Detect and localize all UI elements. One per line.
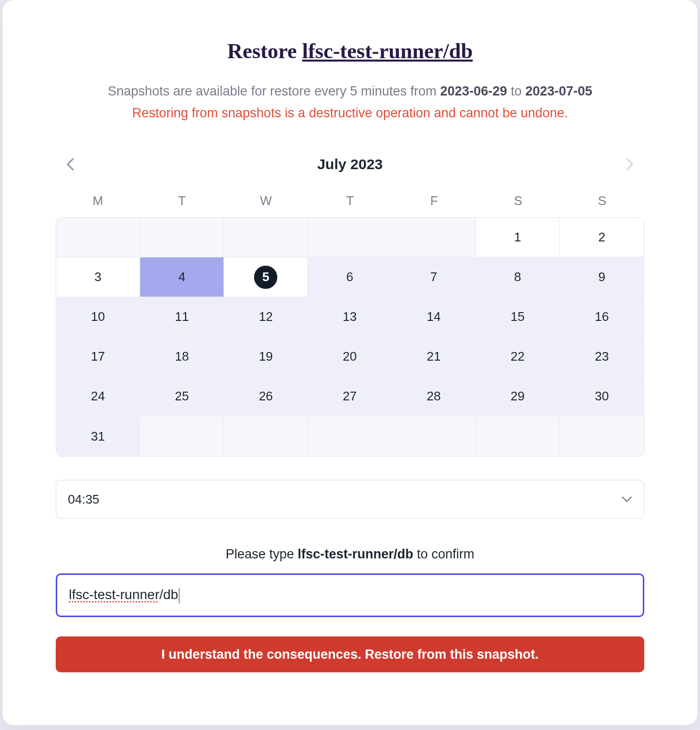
chevron-right-icon	[625, 158, 634, 171]
calendar-day: 26	[224, 377, 308, 416]
calendar-day[interactable]: 5	[224, 257, 308, 297]
calendar-day: 8	[476, 257, 560, 297]
confirm-label: Please type lfsc-test-runner/db to confi…	[56, 547, 644, 562]
calendar-cell-blank	[308, 416, 392, 456]
dow-cell: W	[224, 193, 308, 208]
calendar-day: 21	[392, 337, 476, 377]
confirm-pre: Please type	[225, 547, 298, 561]
dow-cell: T	[308, 193, 392, 208]
calendar-cell-blank	[392, 416, 476, 456]
month-label: July 2023	[317, 156, 382, 173]
calendar-day: 19	[224, 337, 308, 377]
calendar-cell-blank	[224, 416, 308, 456]
today-marker: 5	[254, 266, 277, 289]
restore-dialog: Restore lfsc-test-runner/db Snapshots ar…	[2, 0, 698, 725]
warning-text: Restoring from snapshots is a destructiv…	[56, 106, 644, 121]
confirm-typed-underlined: lfsc-test-runner	[69, 587, 159, 602]
calendar-day[interactable]: 1	[476, 218, 560, 257]
dow-cell: M	[56, 193, 140, 208]
dow-cell: S	[476, 193, 560, 208]
calendar-cell-blank	[392, 218, 476, 257]
calendar-day: 12	[224, 297, 308, 337]
calendar-day: 29	[476, 377, 560, 416]
calendar-day: 27	[308, 377, 392, 416]
text-caret	[179, 588, 179, 603]
confirm-typed-rest: /db	[159, 587, 178, 602]
calendar-cell-blank	[140, 416, 224, 456]
chevron-left-icon	[66, 158, 75, 171]
next-month-button	[620, 155, 639, 174]
availability-mid: to	[507, 84, 525, 98]
calendar-day: 6	[308, 257, 392, 297]
chevron-down-icon	[621, 494, 632, 505]
calendar-day: 18	[140, 337, 224, 377]
dow-cell: S	[560, 193, 644, 208]
calendar-day: 10	[56, 297, 140, 337]
prev-month-button[interactable]	[61, 155, 80, 174]
calendar-day: 20	[308, 337, 392, 377]
calendar-nav: July 2023	[56, 155, 644, 174]
calendar-day[interactable]: 4	[140, 257, 224, 297]
confirm-post: to confirm	[414, 547, 475, 561]
calendar-day[interactable]: 3	[56, 257, 140, 297]
calendar-cell-blank	[308, 218, 392, 257]
calendar-day: 16	[560, 297, 644, 337]
calendar-day: 25	[140, 377, 224, 416]
title-prefix: Restore	[227, 39, 302, 63]
calendar-day: 13	[308, 297, 392, 337]
calendar-day: 11	[140, 297, 224, 337]
calendar-cell-blank	[224, 218, 308, 257]
time-value: 04:35	[68, 492, 99, 507]
calendar-day: 7	[392, 257, 476, 297]
time-select[interactable]: 04:35	[56, 480, 644, 519]
dow-cell: T	[140, 193, 223, 208]
calendar-day: 23	[560, 337, 644, 377]
date-to: 2023-07-05	[525, 84, 592, 98]
date-from: 2023-06-29	[440, 84, 507, 98]
confirm-target: lfsc-test-runner/db	[298, 547, 414, 561]
calendar-day: 28	[392, 377, 476, 416]
calendar-day: 9	[560, 257, 644, 297]
calendar-grid: 1234567891011121314151617181920212223242…	[56, 217, 644, 457]
title-target: lfsc-test-runner/db	[302, 39, 473, 63]
calendar-cell-blank	[476, 416, 560, 456]
calendar-day: 30	[560, 377, 644, 416]
calendar-day: 22	[476, 337, 560, 377]
calendar-day: 14	[392, 297, 476, 337]
day-of-week-header: M T W T F S S	[56, 193, 644, 208]
calendar-cell-blank	[560, 416, 644, 456]
confirm-input[interactable]: lfsc-test-runner/db	[56, 573, 644, 617]
availability-pre: Snapshots are available for restore ever…	[108, 84, 440, 98]
calendar-cell-blank	[140, 218, 224, 257]
dow-cell: F	[392, 193, 476, 208]
calendar-day[interactable]: 2	[560, 218, 644, 257]
calendar-cell-blank	[56, 218, 140, 257]
dialog-title: Restore lfsc-test-runner/db	[56, 39, 644, 63]
calendar-day: 15	[476, 297, 560, 337]
calendar-day: 24	[56, 377, 140, 416]
calendar-day: 17	[56, 337, 140, 377]
availability-text: Snapshots are available for restore ever…	[56, 84, 644, 99]
restore-button[interactable]: I understand the consequences. Restore f…	[56, 636, 644, 672]
calendar-day: 31	[56, 416, 140, 456]
